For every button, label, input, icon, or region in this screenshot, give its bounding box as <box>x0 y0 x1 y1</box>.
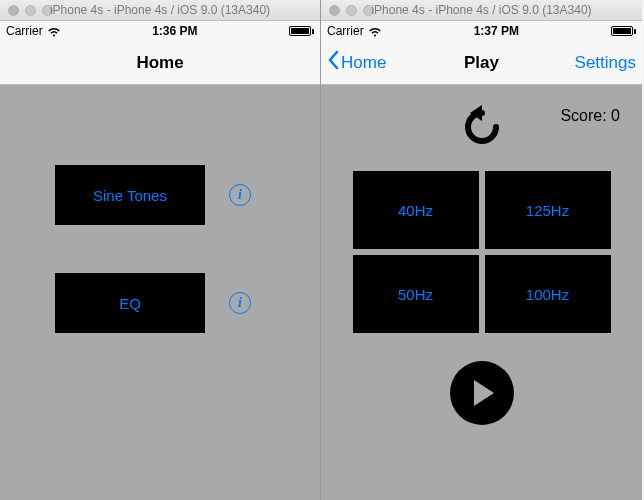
freq-button-100hz[interactable]: 100Hz <box>485 255 611 333</box>
navbar: Home <box>0 41 320 85</box>
sine-tones-button[interactable]: Sine Tones <box>55 165 205 225</box>
ios-statusbar: Carrier 1:37 PM <box>321 21 642 41</box>
play-triangle-icon <box>474 380 494 406</box>
home-row-sine: Sine Tones i <box>55 165 320 225</box>
score-label: Score: 0 <box>560 107 620 125</box>
navbar: Home Play Settings <box>321 41 642 85</box>
clock: 1:36 PM <box>152 24 197 38</box>
carrier-label: Carrier <box>6 24 43 38</box>
info-icon[interactable]: i <box>229 184 251 206</box>
close-button[interactable] <box>329 5 340 16</box>
eq-button[interactable]: EQ <box>55 273 205 333</box>
wifi-icon <box>47 26 61 37</box>
traffic-lights <box>321 5 374 16</box>
play-content: Score: 0 40Hz 125Hz 50Hz 100Hz <box>321 85 642 425</box>
zoom-button[interactable] <box>363 5 374 16</box>
carrier-label: Carrier <box>327 24 364 38</box>
simulator-window-play: iPhone 4s - iPhone 4s / iOS 9.0 (13A340)… <box>321 0 642 500</box>
zoom-button[interactable] <box>42 5 53 16</box>
minimize-button[interactable] <box>25 5 36 16</box>
freq-button-125hz[interactable]: 125Hz <box>485 171 611 249</box>
chevron-left-icon <box>327 50 339 75</box>
freq-button-40hz[interactable]: 40Hz <box>353 171 479 249</box>
battery-icon <box>611 26 636 36</box>
info-icon[interactable]: i <box>229 292 251 314</box>
mac-titlebar: iPhone 4s - iPhone 4s / iOS 9.0 (13A340) <box>0 0 320 21</box>
home-row-eq: EQ i <box>55 273 320 333</box>
settings-button[interactable]: Settings <box>575 53 636 73</box>
back-button[interactable]: Home <box>327 50 386 75</box>
mac-titlebar: iPhone 4s - iPhone 4s / iOS 9.0 (13A340) <box>321 0 642 21</box>
back-label: Home <box>341 53 386 73</box>
ios-statusbar: Carrier 1:36 PM <box>0 21 320 41</box>
page-title: Home <box>0 53 320 73</box>
simulator-window-home: iPhone 4s - iPhone 4s / iOS 9.0 (13A340)… <box>0 0 321 500</box>
home-content: Sine Tones i EQ i <box>0 85 320 333</box>
traffic-lights <box>0 5 53 16</box>
battery-icon <box>289 26 314 36</box>
reload-icon[interactable] <box>456 101 508 153</box>
clock: 1:37 PM <box>474 24 519 38</box>
reload-row: Score: 0 <box>321 101 642 153</box>
close-button[interactable] <box>8 5 19 16</box>
minimize-button[interactable] <box>346 5 357 16</box>
frequency-grid: 40Hz 125Hz 50Hz 100Hz <box>353 171 611 333</box>
freq-button-50hz[interactable]: 50Hz <box>353 255 479 333</box>
play-button[interactable] <box>450 361 514 425</box>
wifi-icon <box>368 26 382 37</box>
